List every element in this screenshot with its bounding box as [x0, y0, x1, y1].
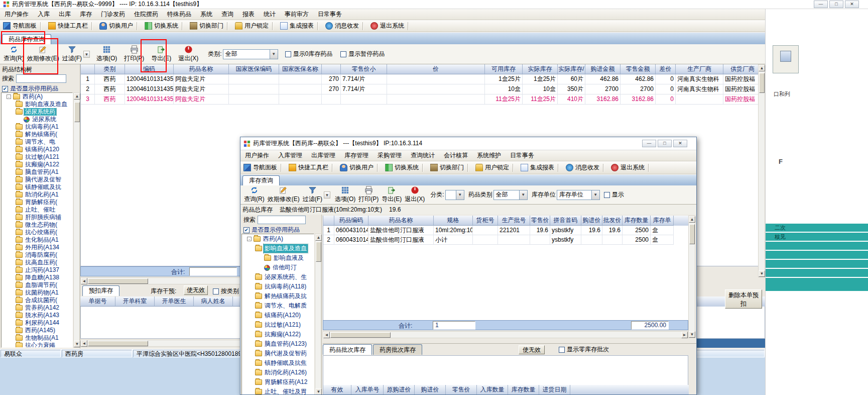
tree-item[interactable]: 助消化药(A126) [242, 368, 314, 377]
invalidate-button[interactable]: 使无效 [184, 285, 208, 295]
menu-item[interactable]: 库存 [75, 9, 96, 20]
scroll-up-icon[interactable]: ▲ [759, 65, 765, 71]
tree-item[interactable]: 合成抗菌药( [2, 297, 72, 304]
toolbar-button[interactable]: 切换用户 [337, 161, 382, 174]
column-header[interactable]: 开单医生 [155, 297, 194, 307]
menu-item[interactable]: 日常事务 [506, 150, 539, 161]
tab-reserved-stock[interactable]: 预扣库存 [82, 285, 119, 296]
maximize-button[interactable]: □ [829, 1, 843, 8]
tab-pharmacy-batch-stock[interactable]: 药房批次库存 [373, 344, 422, 355]
scroll-thumb[interactable] [689, 224, 695, 244]
maximize-button[interactable]: □ [658, 140, 672, 147]
category-dropdown[interactable]: 全部 ▼ [223, 49, 278, 59]
menu-item[interactable]: 特殊药品 [163, 9, 196, 20]
options-button[interactable]: 选项(O) [333, 185, 357, 204]
tree-item[interactable]: 生物制品(A1 [2, 334, 72, 342]
menu-item[interactable]: 用户操作 [240, 150, 274, 161]
column-header[interactable]: 购进金额 [585, 64, 621, 74]
menu-item[interactable]: 报表 [238, 9, 259, 20]
tree-item[interactable]: 镇静催眠及抗焦 [242, 358, 314, 368]
column-header[interactable]: 病人姓名 [194, 297, 233, 307]
tree-item[interactable]: 肝胆胰疾病辅 [2, 214, 72, 221]
tree-item[interactable]: 镇痛药(A120) [242, 311, 314, 320]
scroll-thumb[interactable] [330, 332, 391, 338]
exit-button[interactable]: 退出(X) [403, 185, 426, 204]
column-header[interactable]: 入库数量 [477, 385, 508, 395]
column-header[interactable]: 购进价 [581, 216, 602, 226]
scroll-left-icon[interactable]: ◄ [81, 340, 87, 347]
scroll-right-icon[interactable]: ► [681, 332, 688, 338]
tree-item[interactable]: 生化制品(A1 [2, 236, 72, 244]
tree-item[interactable]: 胃肠解痉药(A12 [242, 377, 314, 387]
menu-item[interactable]: 日常事务 [313, 9, 346, 20]
column-header[interactable]: 库存数量 [623, 216, 651, 226]
toolbar-button[interactable]: 切换部门 [427, 161, 472, 174]
column-header[interactable]: 国家医保名称 [279, 64, 322, 74]
toolbar-button[interactable]: 退出系统 [367, 20, 413, 32]
menu-item[interactable]: 采购管理 [373, 150, 406, 161]
tree-item[interactable]: 影响血液及造血 [2, 101, 72, 108]
tree-item[interactable]: 抗病毒药(A1 [2, 123, 72, 131]
column-header[interactable]: 规格 [434, 216, 473, 226]
column-header[interactable]: 价 [387, 64, 485, 74]
toolbar-button[interactable]: 切换部门 [187, 20, 232, 32]
menu-item[interactable]: 入库 [33, 9, 54, 20]
show-disabled-checkbox[interactable]: ✔ 是否显示停用药品 [2, 84, 58, 93]
column-header[interactable]: 生产厂商 [676, 64, 723, 74]
tree-item[interactable]: 影响血液及造血 [242, 244, 314, 253]
tree-item[interactable]: 解热镇痛药及抗 [242, 291, 314, 301]
scroll-up-icon[interactable]: ▲ [315, 234, 322, 241]
scroll-down-icon[interactable]: ▼ [315, 388, 322, 395]
scroll-down-icon[interactable]: ▼ [689, 331, 695, 338]
zero-stock-checkbox[interactable]: 显示0库存药品 [285, 50, 333, 58]
tree-item[interactable]: 泌尿系统药、生 [242, 272, 314, 282]
column-header[interactable]: 药品编码 [334, 216, 368, 226]
filter-dropdown-arrow[interactable]: ▼ [324, 191, 330, 199]
scroll-thumb[interactable] [316, 242, 321, 262]
tree-item[interactable]: 消毒防腐药( [2, 251, 72, 259]
export-button[interactable]: 导出(E) [150, 45, 173, 63]
table-row[interactable]: 10600431014盐酸倍他司汀口服液10ml:20mg:10支2212011… [323, 226, 689, 235]
minimize-button[interactable]: — [642, 140, 656, 147]
options-button[interactable]: 选项(O) [95, 45, 118, 63]
menu-item[interactable]: 事前审方 [280, 9, 313, 20]
tree-root[interactable]: - 西药(A) [2, 93, 72, 101]
tree-item[interactable]: 泌尿系统 [2, 116, 72, 123]
table-row[interactable]: 2西药12004610131435阿兹夫定片2707.714/片10盒10盒35… [81, 84, 759, 94]
menu-item[interactable]: 门诊发药 [96, 9, 130, 20]
scroll-thumb[interactable] [88, 278, 148, 284]
table-row[interactable]: 20600431014盐酸倍他司汀口服液小计ysbstkfy2500盒 [323, 235, 689, 245]
tree-item[interactable]: 抗病毒药(A118) [242, 282, 314, 291]
tree-item[interactable]: 镇痛药(A120 [2, 146, 72, 153]
expiry-edit-button[interactable]: 效期修改(E) [266, 185, 301, 204]
toolbar-button[interactable]: 切换系统 [382, 161, 427, 174]
stock-grid-vscroll[interactable]: ▲ ▼ [758, 64, 765, 277]
scroll-up-icon[interactable]: ▲ [74, 93, 80, 100]
tree-item[interactable]: 利尿药(A144 [2, 319, 72, 327]
tree-item[interactable]: 降血糖(A138 [2, 274, 72, 281]
column-header[interactable]: 库存数量 [508, 385, 539, 395]
show-disabled-checkbox[interactable]: ✔ 是否显示停用药品 [243, 226, 300, 234]
column-header[interactable]: 入库单号 [351, 385, 384, 395]
tab-inventory-query[interactable]: 库存查询 [242, 175, 280, 185]
column-header[interactable]: 实际库存 [523, 64, 558, 74]
column-header[interactable]: 库存单 [651, 216, 674, 226]
close-button[interactable]: ✕ [845, 1, 859, 8]
scroll-down-icon[interactable]: ▼ [759, 270, 765, 277]
tree-root[interactable]: - 西药(A) [242, 234, 314, 244]
tree-scrollbar[interactable]: ▲ ▼ [315, 234, 321, 395]
stock-unit-dropdown[interactable]: 库存单位 ▼ [557, 190, 600, 200]
toolbar-button[interactable]: 退出系统 [608, 161, 653, 174]
search-input[interactable] [258, 216, 306, 224]
paused-drug-checkbox[interactable]: 显示暂停药品 [340, 50, 385, 58]
tab-drug-batch-stock[interactable]: 药品批次库存 [323, 344, 372, 355]
tree-item[interactable]: 抗癫痫(A122 [2, 161, 72, 168]
drug-type-dropdown[interactable]: 全部 ▼ [493, 190, 528, 200]
column-header[interactable]: 购进价 [415, 385, 446, 395]
tree-item[interactable]: 脑血管药(A1 [2, 168, 72, 176]
menu-item[interactable]: 用户操作 [0, 9, 33, 20]
toolbar-button[interactable]: 用户锁定 [232, 20, 277, 32]
scroll-thumb[interactable] [88, 341, 148, 346]
tree-item[interactable]: 脑代谢及促智 [2, 176, 72, 183]
scroll-left-icon[interactable]: ◄ [323, 332, 330, 338]
